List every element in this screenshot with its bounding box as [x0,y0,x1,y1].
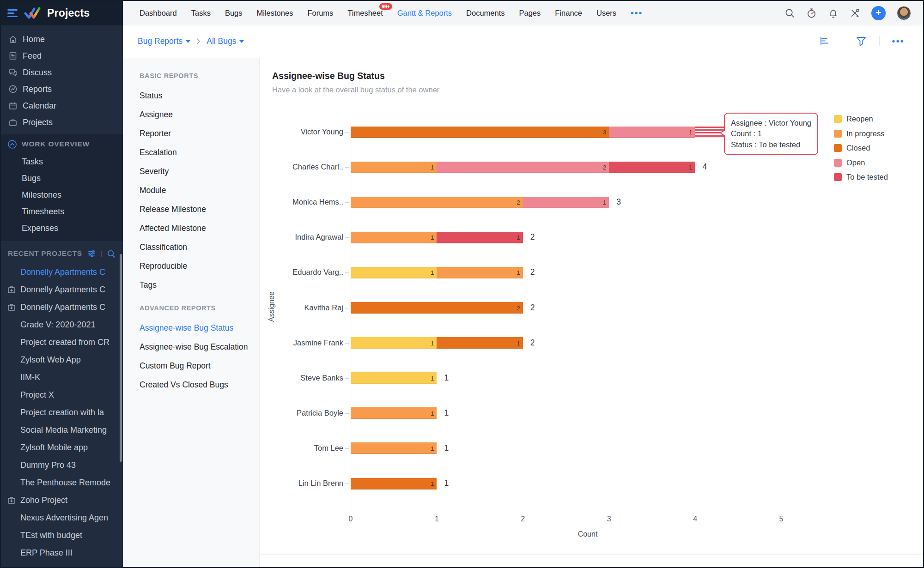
tab-finance[interactable]: Finance [555,9,582,18]
sidebar-item-discuss[interactable]: Discuss [1,64,123,81]
tools-icon[interactable] [850,8,860,18]
report-item-status[interactable]: Status [140,86,259,105]
work-overview-item-expenses[interactable]: Expenses [1,220,123,236]
tab-forums[interactable]: Forums [307,9,333,18]
recent-project-item[interactable]: Zylsoft Mobile app [1,439,123,456]
bar-segment-closed[interactable]: 3 [351,127,609,138]
add-button[interactable]: + [871,6,886,20]
tab-tasks[interactable]: Tasks [191,9,211,18]
x-tick-label: 2 [521,515,525,523]
report-item-tags[interactable]: Tags [140,276,259,295]
recent-project-item[interactable]: Project X [1,386,123,404]
bar-segment-in-progress[interactable]: 1 [437,267,523,278]
bar-segment-closed[interactable]: 1 [351,478,437,489]
recent-project-item[interactable]: Project creation with la [1,404,123,421]
report-item-assignee[interactable]: Assignee [140,105,259,124]
recent-project-item[interactable]: ERP Phase III [1,544,123,562]
breadcrumb-bug-reports[interactable]: Bug Reports [138,36,190,46]
more-options-icon[interactable]: ••• [892,36,905,46]
brand-name[interactable]: Projects [47,7,90,19]
search-projects-icon[interactable] [107,249,116,258]
tab-dashboard[interactable]: Dashboard [140,9,177,18]
logo-row: Projects [1,1,123,25]
bar-segment-open[interactable]: 1 [523,197,609,208]
report-item-custom-bug-report[interactable]: Custom Bug Report [140,357,259,375]
work-overview-item-bugs[interactable]: Bugs [1,170,123,187]
legend-item-closed[interactable]: Closed [834,144,888,152]
report-item-reporter[interactable]: Reporter [140,124,259,143]
work-overview-title: WORK OVERVIEW [22,140,90,148]
bar-segment-in-progress[interactable]: 2 [351,197,523,208]
sidebar-item-reports[interactable]: Reports [1,81,123,97]
recent-project-item[interactable]: Donnelly Apartments C [1,281,123,298]
bar-segment-in-progress[interactable]: 1 [351,232,437,243]
basic-reports-list: StatusAssigneeReporterEscalationSeverity… [140,86,259,295]
bar-segment-in-progress[interactable]: 1 [351,162,437,173]
legend-item-in-progress[interactable]: In progress [834,129,888,138]
recent-project-item[interactable]: IIM-K [1,369,123,386]
sidebar-scrollbar[interactable] [120,254,122,462]
bar-segment-closed[interactable]: 2 [351,302,523,314]
report-item-assignee-wise-bug-status[interactable]: Assignee-wise Bug Status [140,319,259,338]
bar-segment-reopen[interactable]: 1 [351,372,437,384]
bar-segment-to-be-tested[interactable]: 1 [437,232,523,243]
recent-project-item[interactable]: Zylsoft Web App [1,351,123,369]
legend-item-reopen[interactable]: Reopen [834,115,888,123]
report-item-severity[interactable]: Severity [140,162,259,181]
recent-project-item[interactable]: Dummy Pro 43 [1,456,123,474]
bar-chart-icon[interactable] [819,36,830,47]
user-avatar[interactable] [897,6,911,20]
search-icon[interactable] [784,8,795,18]
bar-segment-open[interactable]: 2 [437,162,609,173]
recent-project-item[interactable]: Project created from CR [1,333,123,351]
legend-item-open[interactable]: Open [834,158,888,167]
bar-segment-to-be-tested[interactable]: 1 [609,162,695,173]
report-item-module[interactable]: Module [140,181,259,200]
sidebar-item-calendar[interactable]: Calendar [1,97,123,114]
legend-item-to-be-tested[interactable]: To be tested [834,173,888,181]
tab-users[interactable]: Users [596,9,616,18]
bar-segment-open[interactable]: 1 [609,127,695,138]
sidebar-item-home[interactable]: Home [1,31,123,48]
recent-project-item[interactable]: TEst with budget [1,526,123,544]
timer-icon[interactable] [806,8,817,18]
report-item-reproducible[interactable]: Reproducible [140,257,259,276]
tab-bugs[interactable]: Bugs [225,9,243,18]
work-overview-item-timesheets[interactable]: Timesheets [1,203,123,220]
hamburger-icon[interactable] [7,9,18,17]
work-overview-header[interactable]: WORK OVERVIEW [1,135,123,153]
sliders-icon[interactable] [87,249,96,258]
report-item-classification[interactable]: Classification [140,238,259,257]
bar-segment-reopen[interactable]: 1 [351,337,437,349]
tab-pages[interactable]: Pages [519,9,541,18]
tab-milestones[interactable]: Milestones [257,9,293,18]
recent-project-item[interactable]: Donnelly Apartments C [1,298,123,316]
work-overview-item-milestones[interactable]: Milestones [1,187,123,203]
report-item-escalation[interactable]: Escalation [140,143,259,162]
recent-project-item[interactable]: The Penthouse Remode [1,474,123,491]
sidebar-item-projects[interactable]: Projects [1,114,123,131]
filter-funnel-icon[interactable] [856,36,867,47]
tab-gantt-reports[interactable]: Gantt & Reports [397,9,452,18]
report-item-created-vs-closed-bugs[interactable]: Created Vs Closed Bugs [140,375,259,394]
tab-timesheet[interactable]: Timesheet99+ [347,9,383,18]
sidebar-item-feed[interactable]: Feed [1,48,123,64]
bar-segment-closed[interactable]: 1 [437,337,523,349]
report-item-release-milestone[interactable]: Release Milestone [140,200,259,219]
report-item-affected-milestone[interactable]: Affected Milestone [140,219,259,238]
tab-more-icon[interactable]: ••• [631,8,643,18]
bar-segment-reopen[interactable]: 1 [351,267,437,278]
work-overview-item-tasks[interactable]: Tasks [1,153,123,170]
tab-documents[interactable]: Documents [466,9,505,18]
recent-project-item[interactable]: Social Media Marketing [1,421,123,439]
bar-segment-in-progress[interactable]: 1 [351,442,437,454]
recent-project-item[interactable]: Donnelly Apartments C [1,263,123,281]
report-item-assignee-wise-bug-escalation[interactable]: Assignee-wise Bug Escalation [140,338,259,357]
bar-segment-value: 1 [431,234,434,241]
recent-project-item[interactable]: Grade V: 2020-2021 [1,316,123,333]
breadcrumb-all-bugs[interactable]: All Bugs [207,36,244,46]
recent-project-item[interactable]: Zoho Project [1,491,123,509]
recent-project-item[interactable]: Nexus Advertising Agen [1,509,123,526]
bar-segment-in-progress[interactable]: 1 [351,407,437,419]
notifications-bell-icon[interactable] [828,8,839,18]
